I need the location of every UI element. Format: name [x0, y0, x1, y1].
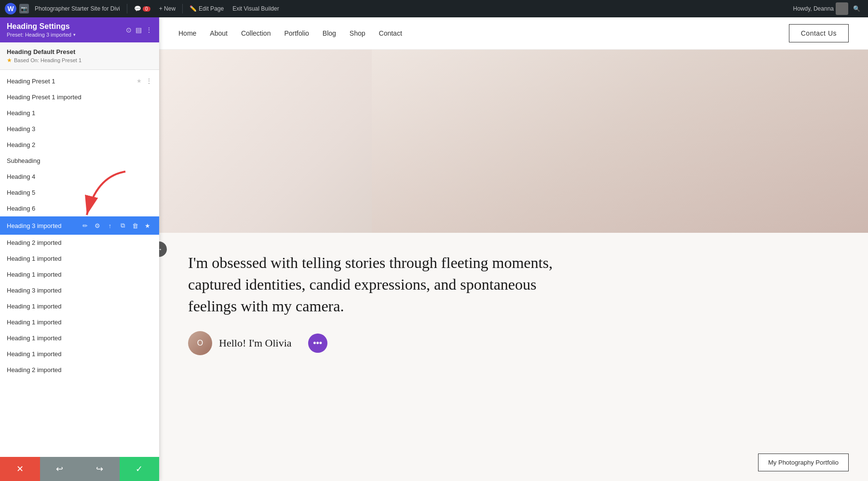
chevron-down-icon: ▾	[73, 32, 76, 37]
preset-item[interactable]: Heading 1 imported	[0, 314, 159, 330]
panel-header: Heading Settings Preset: Heading 3 impor…	[0, 17, 159, 42]
preset-item-label: Heading Preset 1 imported	[7, 94, 81, 101]
preset-item[interactable]: Heading 4	[0, 169, 159, 185]
nav-link[interactable]: Collection	[241, 29, 271, 37]
contact-us-button[interactable]: Contact Us	[789, 24, 849, 42]
preset-list: Heading Preset 1 ★ ⋮ Heading Preset 1 im…	[0, 70, 159, 457]
comment-icon: 💬	[134, 5, 141, 12]
preset-item[interactable]: Heading Preset 1 imported	[0, 89, 159, 105]
cancel-button[interactable]: ✕	[0, 457, 40, 481]
edit-icon[interactable]: ✏	[80, 221, 90, 230]
site-body: I'm obsessed with telling stories throug…	[159, 233, 868, 481]
duplicate-icon[interactable]: ⧉	[118, 221, 127, 230]
preset-item[interactable]: Heading 2	[0, 137, 159, 153]
preset-item[interactable]: Heading 2 imported	[0, 362, 159, 378]
author-row: O Hello! I'm Olivia •••	[188, 331, 839, 355]
save-button[interactable]: ✓	[120, 457, 160, 481]
howdy-text: Howdy, Deanna	[793, 5, 834, 12]
preset-item-label: Heading 1 imported	[7, 350, 61, 358]
preset-item[interactable]: Heading 6	[0, 200, 159, 216]
nav-link[interactable]: Contact	[379, 29, 402, 37]
preset-item[interactable]: Heading 5	[0, 185, 159, 200]
delete-icon[interactable]: 🗑	[130, 221, 140, 230]
undo-button[interactable]: ↩	[40, 457, 80, 481]
preset-item[interactable]: Subheading	[0, 153, 159, 169]
more-options-button[interactable]: ⋮	[146, 77, 152, 85]
user-avatar[interactable]	[836, 2, 848, 15]
preset-item-label: Heading 1	[7, 109, 35, 117]
preset-item[interactable]: Heading 3	[0, 121, 159, 137]
preset-item[interactable]: Heading 2 imported	[0, 235, 159, 251]
new-button[interactable]: + New	[156, 0, 178, 17]
more-options-icon[interactable]: ⋮	[146, 26, 152, 34]
nav-link[interactable]: Shop	[350, 29, 366, 37]
hero-image-overlay	[372, 50, 868, 233]
preset-based-on: ★ Based On: Heading Preset 1	[7, 57, 152, 64]
nav-link[interactable]: Home	[178, 29, 196, 37]
site-name-link[interactable]: Photographer Starter Site for Divi	[32, 0, 123, 17]
preset-item[interactable]: Heading 1 imported	[0, 251, 159, 267]
hero-image	[159, 50, 868, 233]
pencil-icon: ✏️	[190, 5, 197, 12]
divider-2	[182, 4, 183, 13]
redo-button[interactable]: ↪	[80, 457, 120, 481]
star-icon[interactable]: ★	[143, 221, 152, 230]
admin-bar-right: Howdy, Deanna 🔍	[793, 2, 864, 15]
preset-item-label: Heading 2 imported	[7, 239, 61, 246]
nav-link[interactable]: Blog	[323, 29, 336, 37]
website-content: ↔ HomeAboutCollectionPortfolioBlogShopCo…	[159, 17, 868, 481]
preset-item[interactable]: Heading Preset 1 ★ ⋮	[0, 73, 159, 89]
preset-item-label: Heading 1 imported	[7, 271, 61, 278]
main-area: Heading Settings Preset: Heading 3 impor…	[0, 17, 868, 481]
preset-item[interactable]: Heading 1 imported	[0, 298, 159, 314]
columns-icon[interactable]: ▤	[136, 26, 142, 34]
preset-item-label: Subheading	[7, 157, 40, 164]
edit-page-button[interactable]: ✏️ Edit Page	[187, 0, 227, 17]
site-nav: HomeAboutCollectionPortfolioBlogShopCont…	[159, 17, 868, 50]
export-icon[interactable]: ↑	[105, 221, 115, 230]
preset-item-label: Heading 6	[7, 205, 35, 212]
preset-item-label: Heading 1 imported	[7, 255, 61, 262]
preset-item[interactable]: Heading 3 imported	[0, 282, 159, 298]
nav-link[interactable]: Portfolio	[284, 29, 309, 37]
floating-action-button[interactable]: •••	[308, 334, 327, 353]
portfolio-button[interactable]: My Photography Portfolio	[758, 454, 849, 471]
panel-title: Heading Settings	[7, 22, 76, 31]
preset-item-label: Heading 4	[7, 173, 35, 180]
preset-item-actions: ✏ ⚙ ↑ ⧉ 🗑 ★	[80, 221, 152, 230]
preset-item-label: Heading 5	[7, 189, 35, 196]
panel-header-text: Heading Settings Preset: Heading 3 impor…	[7, 22, 76, 38]
focus-icon[interactable]: ⊙	[126, 26, 132, 34]
search-icon[interactable]: 🔍	[850, 5, 863, 12]
preset-item[interactable]: Heading 1	[0, 105, 159, 121]
star-button[interactable]: ★	[136, 78, 142, 84]
preset-default-name: Heading Default Preset	[7, 48, 152, 55]
exit-builder-button[interactable]: Exit Visual Builder	[230, 0, 282, 17]
panel-subtitle[interactable]: Preset: Heading 3 imported ▾	[7, 32, 76, 38]
tagline: I'm obsessed with telling stories throug…	[188, 252, 583, 317]
preset-item[interactable]: Heading 1 imported	[0, 330, 159, 346]
comment-badge: 0	[143, 6, 150, 12]
preset-default-section: Heading Default Preset ★ Based On: Headi…	[0, 42, 159, 70]
wp-icon[interactable]: W	[5, 3, 16, 14]
bottom-toolbar: ✕ ↩ ↪ ✓	[0, 457, 159, 481]
left-panel: Heading Settings Preset: Heading 3 impor…	[0, 17, 159, 481]
comment-count[interactable]: 💬 0	[131, 5, 153, 12]
divider-1	[127, 4, 127, 13]
preset-item-label: Heading 1 imported	[7, 319, 61, 326]
preset-item[interactable]: Heading 3 imported ✏ ⚙ ↑ ⧉ 🗑 ★	[0, 216, 159, 235]
preset-item[interactable]: Heading 1 imported	[0, 346, 159, 362]
nav-link[interactable]: About	[210, 29, 228, 37]
settings-icon[interactable]: ⚙	[93, 221, 102, 230]
star-icon: ★	[7, 57, 12, 64]
admin-bar: W 📷 Photographer Starter Site for Divi 💬…	[0, 0, 868, 17]
preset-item-label: Heading 1 imported	[7, 303, 61, 310]
author-avatar: O	[188, 331, 212, 355]
preset-item[interactable]: Heading 1 imported	[0, 267, 159, 282]
preset-item-label: Heading 3 imported	[7, 287, 61, 294]
preset-item-label: Heading Preset 1	[7, 78, 55, 85]
preset-item-label: Heading 2	[7, 141, 35, 148]
preset-item-label: Heading 3	[7, 125, 35, 133]
panel-header-icons: ⊙ ▤ ⋮	[126, 26, 152, 34]
nav-links: HomeAboutCollectionPortfolioBlogShopCont…	[178, 29, 402, 37]
